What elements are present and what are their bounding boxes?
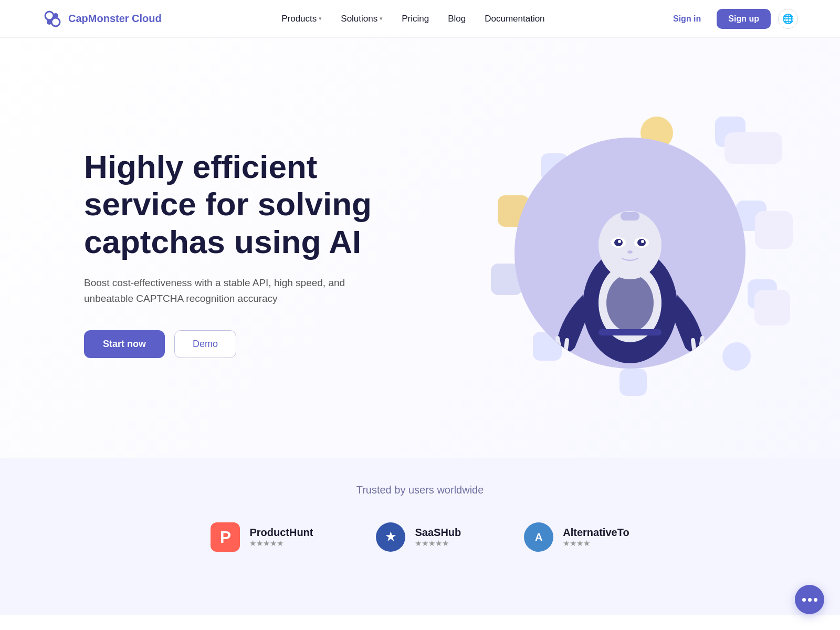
hero-visual	[462, 75, 798, 432]
demo-button[interactable]: Demo	[174, 330, 236, 358]
sign-in-button[interactable]: Sign in	[665, 10, 709, 28]
saashub-info: SaaSHub ★★★★★	[415, 527, 461, 548]
nav-links: Products ▾ Solutions ▾ Pricing Blog Docu…	[281, 14, 544, 24]
svg-point-3	[53, 13, 58, 18]
alternativeto-name: AlternativeTo	[563, 527, 629, 539]
svg-point-1	[51, 18, 60, 26]
svg-point-17	[627, 250, 633, 254]
logo-link[interactable]: CapMonster Cloud	[42, 8, 162, 29]
robot-illustration	[514, 138, 746, 369]
nav-pricing[interactable]: Pricing	[402, 14, 429, 24]
trust-section: Trusted by users worldwide P ProductHunt…	[0, 458, 840, 615]
hero-section: Highly efficient service for solving cap…	[0, 38, 840, 458]
globe-icon: 🌐	[782, 13, 794, 25]
nav-blog[interactable]: Blog	[448, 14, 466, 24]
hero-text: Highly efficient service for solving cap…	[84, 148, 410, 358]
nav-solutions[interactable]: Solutions ▾	[341, 14, 383, 24]
decoration-card-2	[755, 211, 793, 249]
alternativeto-icon: A	[524, 522, 553, 552]
svg-rect-10	[621, 212, 639, 220]
svg-point-22	[696, 347, 706, 356]
logo-text: CapMonster Cloud	[68, 13, 162, 25]
decoration-bubble-10	[722, 342, 751, 371]
logo-icon	[42, 8, 63, 29]
producthunt-score: ★★★★★	[249, 539, 313, 548]
language-button[interactable]: 🌐	[778, 9, 798, 29]
svg-line-23	[708, 340, 710, 348]
trust-logos: P ProductHunt ★★★★★ ★ SaaSHub ★★★★★ A Al…	[42, 522, 798, 552]
producthunt-name: ProductHunt	[249, 527, 313, 539]
hero-title: Highly efficient service for solving cap…	[84, 148, 410, 260]
chevron-down-icon: ▾	[380, 15, 383, 22]
saashub-name: SaaSHub	[415, 527, 461, 539]
nav-documentation[interactable]: Documentation	[485, 14, 544, 24]
svg-line-25	[693, 340, 694, 349]
decoration-bubble-6	[620, 369, 647, 396]
chevron-down-icon: ▾	[319, 15, 322, 22]
saashub-score: ★★★★★	[415, 539, 461, 548]
navbar: CapMonster Cloud Products ▾ Solutions ▾ …	[0, 0, 840, 38]
trust-item-producthunt: P ProductHunt ★★★★★	[211, 522, 313, 552]
alternativeto-score: ★★★★	[563, 539, 629, 548]
producthunt-info: ProductHunt ★★★★★	[249, 527, 313, 548]
trust-item-saashub: ★ SaaSHub ★★★★★	[376, 522, 461, 552]
svg-rect-26	[598, 329, 662, 335]
nav-actions: Sign in Sign up 🌐	[665, 9, 798, 29]
chat-dot-3	[814, 598, 817, 602]
svg-point-8	[598, 211, 662, 279]
start-now-button[interactable]: Start now	[84, 330, 165, 358]
producthunt-icon: P	[211, 522, 240, 552]
hero-subtitle: Boost cost-effectiveness with a stable A…	[84, 275, 346, 307]
chat-dot-1	[802, 598, 806, 602]
trust-heading: Trusted by users worldwide	[42, 484, 798, 496]
saashub-icon: ★	[376, 522, 405, 552]
svg-point-2	[47, 19, 52, 25]
hero-buttons: Start now Demo	[84, 330, 410, 358]
nav-products[interactable]: Products ▾	[281, 14, 322, 24]
svg-point-16	[641, 240, 644, 243]
decoration-card-3	[754, 290, 790, 326]
chat-support-button[interactable]	[795, 585, 824, 614]
trust-item-alternativeto: A AlternativeTo ★★★★	[524, 522, 629, 552]
robot-svg	[541, 169, 719, 369]
svg-line-21	[566, 340, 567, 349]
svg-point-15	[618, 240, 621, 243]
chat-dot-2	[808, 598, 812, 602]
alternativeto-info: AlternativeTo ★★★★	[563, 527, 629, 548]
decoration-card-1	[724, 132, 782, 164]
chat-dots-icon	[802, 598, 817, 602]
svg-line-24	[701, 338, 702, 346]
sign-up-button[interactable]: Sign up	[717, 9, 771, 29]
svg-point-6	[606, 274, 654, 332]
